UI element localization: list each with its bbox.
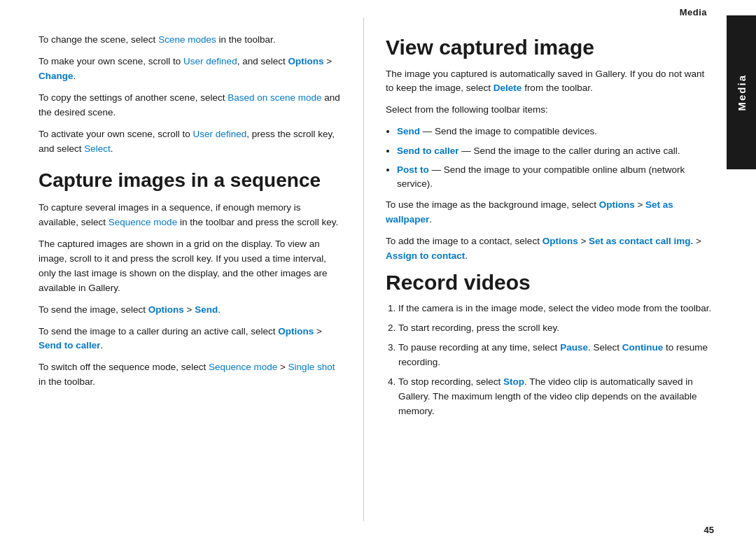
record-steps-list: If the camera is in the image mode, sele… [398, 302, 713, 418]
right-column: View captured image The image you captur… [363, 26, 727, 544]
page-header: Media [0, 0, 756, 20]
heading-record-videos: Record videos [386, 271, 713, 295]
toolbar-items-list: Send — Send the image to compatible devi… [397, 125, 713, 191]
para-scene-modes: To change the scene, select Scene modes … [38, 33, 341, 48]
heading-view-captured: View captured image [386, 36, 713, 60]
para-select-label: Select from the following toolbar items: [386, 103, 713, 118]
link-user-defined[interactable]: User defined [183, 56, 237, 66]
link-options-contact[interactable]: Options [542, 236, 578, 246]
link-send[interactable]: Send [195, 304, 218, 315]
link-delete[interactable]: Delete [493, 83, 522, 93]
side-tab: Media [727, 15, 756, 169]
link-based-on-scene-mode[interactable]: Based on scene mode [227, 92, 321, 103]
para-based-on-scene: To copy the settings of another scene, s… [38, 91, 341, 120]
step-2: To start recording, press the scroll key… [398, 321, 713, 336]
para-wallpaper: To use the image as the background image… [386, 198, 713, 227]
link-sequence-mode[interactable]: Sequence mode [108, 217, 177, 227]
step-3: To pause recording at any time, select P… [398, 341, 713, 370]
column-divider [363, 17, 364, 521]
link-pause[interactable]: Pause [560, 342, 588, 353]
link-send-to-caller-bullet[interactable]: Send to caller [397, 146, 459, 156]
link-options-1[interactable]: Options [288, 56, 323, 66]
para-activate-scene: To activate your own scene, scroll to Us… [38, 127, 341, 157]
para-contact: To add the image to a contact, select Op… [386, 234, 713, 264]
para-view-intro: The image you captured is automatically … [386, 67, 713, 97]
link-change[interactable]: Change [38, 71, 74, 81]
link-set-as-contact[interactable]: Set as contact call img. [589, 236, 693, 246]
section-heading-capture: Capture images in a sequence [38, 169, 341, 192]
link-scene-modes[interactable]: Scene modes [158, 34, 216, 45]
para-capture-2: The captured images are shown in a grid … [38, 237, 341, 296]
link-select[interactable]: Select [84, 143, 111, 154]
para-send-image: To send the image, select Options > Send… [38, 303, 341, 318]
step-4: To stop recording, select Stop. The vide… [398, 375, 713, 419]
para-capture-1: To capture several images in a sequence,… [38, 201, 341, 230]
link-options-wallpaper[interactable]: Options [599, 199, 635, 210]
content-area: To change the scene, select Scene modes … [0, 20, 756, 544]
para-send-caller: To send the image to a caller during an … [38, 325, 341, 354]
link-post-to-bullet[interactable]: Post to [397, 164, 429, 175]
list-item-post-to: Post to — Send the image to your compati… [397, 163, 713, 192]
link-send-bullet[interactable]: Send [397, 126, 420, 136]
link-user-defined-2[interactable]: User defined [193, 129, 247, 139]
link-send-to-caller[interactable]: Send to caller [38, 340, 101, 351]
list-item-send-to-caller: Send to caller — Send the image to the c… [397, 144, 713, 158]
list-item-send: Send — Send the image to compatible devi… [397, 125, 713, 139]
link-stop[interactable]: Stop [503, 376, 524, 387]
link-single-shot[interactable]: Single shot [288, 362, 335, 372]
link-options-send[interactable]: Options [148, 304, 184, 315]
link-assign-to-contact[interactable]: Assign to contact [386, 250, 465, 261]
side-tab-label: Media [736, 74, 748, 111]
para-user-defined: To make your own scene, scroll to User d… [38, 55, 341, 84]
link-sequence-mode-2[interactable]: Sequence mode [209, 362, 277, 372]
link-options-caller[interactable]: Options [278, 326, 314, 337]
para-switch-off-sequence: To switch off the sequence mode, select … [38, 360, 341, 390]
header-title: Media [680, 7, 707, 17]
step-1: If the camera is in the image mode, sele… [398, 302, 713, 316]
left-column: To change the scene, select Scene modes … [0, 26, 363, 544]
link-continue[interactable]: Continue [622, 342, 664, 353]
page-number: 45 [704, 525, 714, 535]
